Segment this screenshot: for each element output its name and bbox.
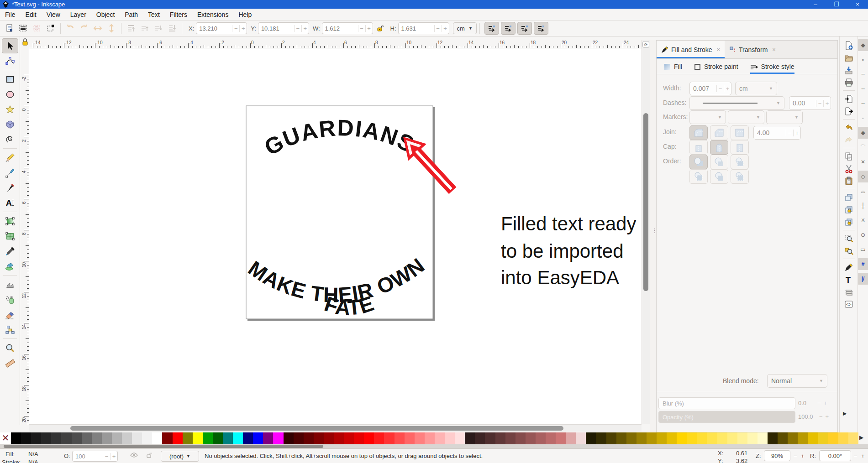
color-swatch[interactable] bbox=[162, 432, 172, 444]
marker-mid-combo[interactable]: ▼ bbox=[728, 110, 764, 124]
snap-guides-toggle[interactable]: |/ bbox=[857, 273, 868, 285]
layer-selector[interactable]: (root) ▼ bbox=[161, 451, 199, 462]
color-swatch[interactable] bbox=[566, 432, 576, 444]
color-swatch[interactable] bbox=[485, 432, 495, 444]
color-swatch[interactable] bbox=[717, 432, 727, 444]
menu-filters[interactable]: Filters bbox=[165, 10, 192, 20]
color-swatch[interactable] bbox=[395, 432, 405, 444]
w-minus[interactable]: − bbox=[358, 25, 365, 32]
deselect-icon[interactable] bbox=[30, 22, 44, 35]
minimize-button[interactable]: – bbox=[805, 0, 826, 9]
h-minus[interactable]: − bbox=[434, 25, 442, 32]
document-new-icon[interactable] bbox=[842, 39, 856, 52]
raise-to-top-icon[interactable] bbox=[124, 22, 138, 35]
color-swatch[interactable] bbox=[324, 432, 334, 444]
join-bevel-button[interactable] bbox=[710, 125, 728, 140]
color-swatch[interactable] bbox=[778, 432, 788, 444]
horizontal-scrollbar[interactable] bbox=[29, 424, 642, 432]
color-swatch[interactable] bbox=[505, 432, 516, 444]
snap-master-toggle[interactable]: ◆ bbox=[857, 39, 868, 51]
rotation-plus[interactable]: + bbox=[861, 453, 865, 459]
zoom-tool[interactable] bbox=[2, 340, 18, 355]
zoom-plus[interactable]: + bbox=[801, 453, 805, 459]
order-variant-4-button[interactable] bbox=[689, 169, 708, 184]
color-swatch[interactable] bbox=[243, 432, 253, 444]
selector-tool[interactable] bbox=[2, 38, 18, 53]
color-swatch[interactable] bbox=[405, 432, 415, 444]
color-swatch[interactable] bbox=[626, 432, 637, 444]
snap-bbox-corners-toggle[interactable]: ┄ bbox=[857, 83, 868, 95]
edit-find-icon[interactable] bbox=[842, 232, 856, 245]
color-swatch[interactable] bbox=[475, 432, 485, 444]
stroke-width-input[interactable]: 0.007 −+ bbox=[689, 82, 731, 95]
menu-path[interactable]: Path bbox=[120, 10, 143, 20]
cap-butt-button[interactable] bbox=[689, 140, 708, 155]
subtab-stroke-paint[interactable]: Stroke paint bbox=[694, 59, 738, 74]
color-swatch[interactable] bbox=[72, 432, 82, 444]
star-tool[interactable] bbox=[2, 102, 18, 117]
spiral-tool[interactable] bbox=[2, 132, 18, 147]
color-swatch[interactable] bbox=[838, 432, 848, 444]
color-swatch[interactable] bbox=[828, 432, 838, 444]
edit-clone-icon[interactable] bbox=[842, 203, 856, 216]
zoom-drawing-icon[interactable] bbox=[842, 245, 856, 257]
rotation-input[interactable]: 0.00° bbox=[819, 450, 851, 461]
color-swatch[interactable] bbox=[788, 432, 798, 444]
color-swatch[interactable] bbox=[495, 432, 505, 444]
menu-file[interactable]: File bbox=[0, 10, 21, 20]
color-swatch[interactable] bbox=[425, 432, 435, 444]
menu-extensions[interactable]: Extensions bbox=[192, 10, 233, 20]
color-swatch[interactable] bbox=[727, 432, 737, 444]
dash-pattern-combo[interactable]: ▼ bbox=[689, 96, 784, 110]
color-swatch[interactable] bbox=[536, 432, 546, 444]
edit-duplicate-icon[interactable] bbox=[842, 191, 856, 203]
palette-scroll-right-icon[interactable]: ▶ bbox=[859, 434, 863, 441]
color-swatch[interactable] bbox=[132, 432, 142, 444]
color-swatch[interactable] bbox=[334, 432, 344, 444]
fill-indicator-value[interactable]: N/A bbox=[28, 451, 38, 458]
color-swatch[interactable] bbox=[374, 432, 384, 444]
edit-redo-icon[interactable] bbox=[842, 134, 856, 146]
document-open-icon[interactable] bbox=[842, 52, 856, 64]
order-variant-5-button[interactable] bbox=[710, 169, 728, 184]
color-swatch[interactable] bbox=[758, 432, 768, 444]
palette-scrollbar-thumb[interactable] bbox=[4, 445, 323, 448]
snap-smooth-nodes-toggle[interactable]: ⌓ bbox=[857, 185, 868, 197]
layer-visibility-icon[interactable] bbox=[130, 452, 138, 459]
measure-tool[interactable] bbox=[2, 355, 18, 370]
vertical-scrollbar[interactable]: ⟳ bbox=[642, 40, 650, 424]
color-swatch[interactable] bbox=[51, 432, 61, 444]
color-swatch[interactable] bbox=[616, 432, 626, 444]
color-swatch[interactable] bbox=[253, 432, 263, 444]
color-swatch[interactable] bbox=[465, 432, 475, 444]
subtab-stroke-style[interactable]: Stroke style bbox=[750, 59, 794, 74]
text-tool[interactable]: A bbox=[2, 195, 18, 210]
join-miter-button[interactable] bbox=[731, 125, 749, 140]
color-swatch[interactable] bbox=[586, 432, 596, 444]
color-swatch[interactable] bbox=[596, 432, 606, 444]
selection-box-icon[interactable] bbox=[44, 22, 58, 35]
rotate-cw-icon[interactable] bbox=[77, 22, 91, 35]
calligraphy-tool[interactable] bbox=[2, 180, 18, 195]
color-swatch[interactable] bbox=[667, 432, 677, 444]
menu-object[interactable]: Object bbox=[91, 10, 120, 20]
lower-icon[interactable] bbox=[152, 22, 165, 35]
maximize-button[interactable]: ❐ bbox=[826, 0, 847, 9]
order-variant-6-button[interactable] bbox=[731, 169, 749, 184]
color-swatch[interactable] bbox=[213, 432, 223, 444]
y-minus[interactable]: − bbox=[294, 25, 301, 32]
stroke-indicator-value[interactable]: N/A bbox=[28, 459, 38, 463]
move-transform-2-toggle[interactable] bbox=[501, 22, 516, 35]
rectangle-tool[interactable] bbox=[2, 72, 18, 87]
color-swatch[interactable] bbox=[284, 432, 294, 444]
edit-paste-icon[interactable] bbox=[842, 175, 856, 187]
tab-fill-and-stroke[interactable]: Fill and Stroke × bbox=[657, 41, 725, 58]
color-swatch[interactable] bbox=[183, 432, 193, 444]
blend-mode-combo[interactable]: Normal▼ bbox=[767, 374, 827, 388]
move-transform-3-toggle[interactable] bbox=[517, 22, 532, 35]
horizontal-ruler[interactable]: -14-12-10-8-6-4-2024681012141618202224 bbox=[29, 40, 642, 48]
vertical-scrollbar-thumb[interactable] bbox=[643, 113, 648, 291]
color-swatch[interactable] bbox=[122, 432, 132, 444]
color-swatch[interactable] bbox=[273, 432, 283, 444]
snap-others-toggle[interactable]: ✳ bbox=[857, 214, 868, 226]
